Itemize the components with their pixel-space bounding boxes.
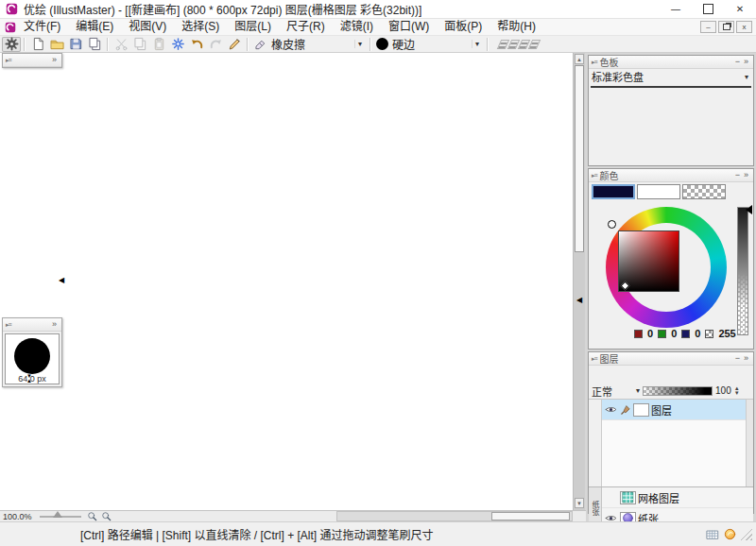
main-area: ▲ ▼ ◀ ◀ 100.0% ▸≡ » <box>0 53 756 521</box>
panel-expand-icon[interactable]: » <box>50 55 59 65</box>
value-slider-marker[interactable] <box>746 205 752 214</box>
panel-expand-icon[interactable]: » <box>742 353 750 364</box>
maximize-icon <box>703 4 713 14</box>
right-panel-collapse-icon[interactable]: ◀ <box>576 297 582 304</box>
menu-item-0[interactable]: 文件(F) <box>16 19 68 35</box>
panel-minimize-icon[interactable]: − <box>733 57 742 67</box>
hscroll-thumb[interactable] <box>491 512 570 520</box>
toolbar-separator <box>487 38 489 51</box>
blend-dropdown-icon[interactable]: ▾ <box>636 386 640 395</box>
eraser-preset-combo[interactable]: 橡皮擦 ▾ <box>251 37 367 52</box>
canvas-hscrollbar[interactable] <box>336 511 573 521</box>
layer-list-scrollbar[interactable] <box>746 400 753 486</box>
menu-item-5[interactable]: 尺子(R) <box>279 19 333 35</box>
secondary-color-swatch[interactable] <box>637 184 680 199</box>
notification-icon[interactable] <box>723 527 737 541</box>
save-file-button[interactable] <box>66 37 85 52</box>
panel-expand-icon[interactable]: » <box>742 170 750 180</box>
layer-visibility-toggle[interactable] <box>604 403 618 416</box>
undo-icon <box>190 37 204 51</box>
panel-minimize-icon[interactable]: − <box>733 353 742 364</box>
panel-pin-icon[interactable]: ▸≡ <box>592 355 597 363</box>
zoom-slider-thumb[interactable] <box>53 511 62 518</box>
blend-mode-select[interactable]: 正常 <box>592 384 633 399</box>
layer-row[interactable]: 图层 <box>602 400 746 420</box>
panel-pin-icon[interactable]: ▸≡ <box>592 172 597 179</box>
primary-color-swatch[interactable] <box>592 184 635 199</box>
transparent-color-swatch[interactable] <box>682 184 726 199</box>
vscroll-up-button[interactable]: ▲ <box>575 54 584 64</box>
menu-item-1[interactable]: 编辑(E) <box>68 19 121 35</box>
cut-button <box>112 37 130 52</box>
deselect-button[interactable] <box>168 37 187 52</box>
panel-expand-icon[interactable]: » <box>742 57 750 67</box>
eraser-dropdown-icon[interactable]: ▾ <box>354 40 365 48</box>
close-button[interactable]: ✕ <box>724 0 756 18</box>
panel-collapse-grip[interactable]: ▼▲ <box>25 374 34 384</box>
green-value: 0 <box>671 328 677 339</box>
save-as-button[interactable] <box>85 37 104 52</box>
resize-grip[interactable] <box>740 528 752 540</box>
menu-item-6[interactable]: 滤镜(I) <box>333 19 381 35</box>
menu-item-9[interactable]: 帮助(H) <box>490 19 543 35</box>
color-header: ▸≡ 颜色 − » <box>589 169 753 182</box>
brush-dropdown-icon[interactable]: ▾ <box>472 40 482 48</box>
panel-pin-icon[interactable]: ▸≡ <box>6 57 11 64</box>
maximize-button[interactable] <box>692 0 724 18</box>
settings-button[interactable] <box>2 37 21 52</box>
green-indicator <box>658 330 666 338</box>
brush-shape-combo[interactable]: 硬边 ▾ <box>374 37 484 52</box>
zoom-out-icon[interactable] <box>87 511 97 521</box>
copy-icon <box>88 37 102 51</box>
copy-icon <box>133 37 147 51</box>
blue-indicator <box>681 330 690 338</box>
grid-layer-row[interactable]: 网格图层 <box>602 487 753 508</box>
grid-toggle-icon[interactable] <box>705 528 720 541</box>
right-panel-column: ▸≡ 色板 − » 标准彩色盘 ▾ ▸≡ 颜色 <box>586 53 756 521</box>
eye-icon <box>605 403 617 416</box>
vscroll-down-button[interactable]: ▼ <box>575 498 584 508</box>
hue-marker[interactable] <box>608 220 616 229</box>
zoom-in-icon[interactable] <box>101 511 112 521</box>
swatches-title: 色板 <box>600 55 619 69</box>
undo-button[interactable] <box>187 37 206 52</box>
vscroll-thumb[interactable] <box>575 65 584 252</box>
new-canvas-button[interactable] <box>28 37 47 52</box>
tool-panel-collapse-icon[interactable]: ◀ <box>59 277 64 284</box>
toolbar-buttons <box>2 37 251 52</box>
toolbar-separator <box>107 38 109 51</box>
minimize-button[interactable]: — <box>660 0 692 18</box>
opacity-spinner[interactable]: ▲▼ <box>734 386 740 396</box>
menu-item-4[interactable]: 图层(L) <box>227 19 279 35</box>
open-file-button[interactable] <box>47 37 66 52</box>
canvas-bottom-bar: 100.0% <box>0 510 586 521</box>
brush-size-circle <box>14 338 50 374</box>
clipboard-icon <box>152 37 166 51</box>
canvas-vscrollbar[interactable]: ▲ ▼ <box>573 53 585 510</box>
menu-item-2[interactable]: 视图(V) <box>121 19 174 35</box>
panel-pin-icon[interactable]: ▸≡ <box>592 59 597 66</box>
palette-preset-select[interactable]: 标准彩色盘 <box>592 69 743 84</box>
mdi-close-button[interactable]: x <box>736 21 752 33</box>
stroke-edit-button[interactable] <box>225 37 244 52</box>
app-logo-icon <box>6 3 18 15</box>
panel-expand-icon[interactable]: » <box>50 319 59 330</box>
panel-minimize-icon[interactable]: − <box>733 170 742 180</box>
floppy-icon <box>69 37 83 51</box>
layer-side-tabs <box>589 400 601 486</box>
menu-item-3[interactable]: 选择(S) <box>174 19 227 35</box>
menu-item-8[interactable]: 面板(P) <box>437 19 490 35</box>
zoom-slider[interactable] <box>40 516 81 518</box>
menu-item-7[interactable]: 窗口(W) <box>381 19 437 35</box>
status-right-icons <box>705 527 756 541</box>
panel-pin-icon[interactable]: ▸≡ <box>6 321 11 329</box>
layer-name: 图层 <box>651 402 672 418</box>
mdi-restore-button[interactable] <box>718 21 734 33</box>
preset-dropdown-icon[interactable]: ▾ <box>745 73 748 81</box>
mdi-minimize-button[interactable]: ‒ <box>700 21 716 33</box>
opacity-slider[interactable] <box>643 386 713 396</box>
folder-icon <box>50 37 64 51</box>
red-value: 0 <box>647 328 653 339</box>
value-slider[interactable] <box>737 207 748 335</box>
canvas[interactable] <box>0 53 573 510</box>
